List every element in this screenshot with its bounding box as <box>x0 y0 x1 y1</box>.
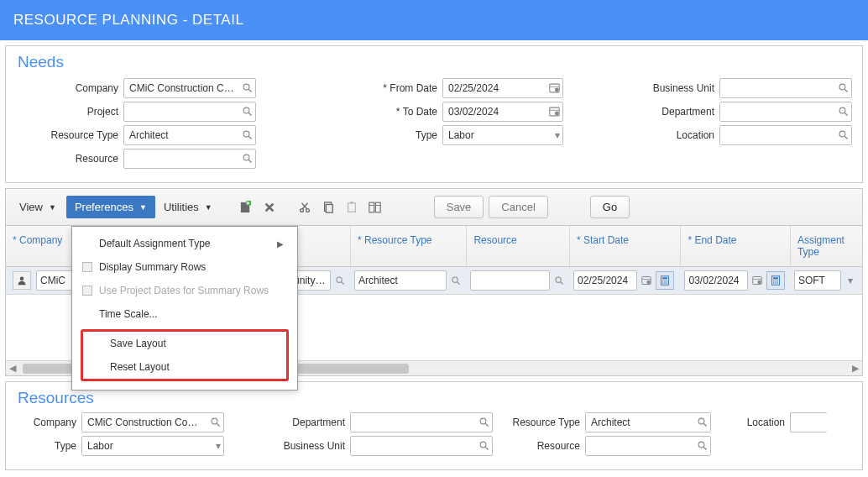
menu-time-scale[interactable]: Time Scale... <box>72 302 297 326</box>
search-icon[interactable] <box>698 417 708 427</box>
th-start-date[interactable]: * Start Date <box>570 226 681 266</box>
search-icon[interactable] <box>211 417 221 427</box>
search-icon[interactable] <box>243 154 253 164</box>
to-date-input[interactable] <box>442 102 563 122</box>
search-icon[interactable] <box>552 271 567 290</box>
search-icon[interactable] <box>479 417 489 427</box>
svg-point-10 <box>555 88 559 92</box>
res-location-input[interactable] <box>790 412 827 432</box>
search-icon[interactable] <box>448 271 463 290</box>
cell-resource-input[interactable] <box>470 270 550 291</box>
th-resource-type[interactable]: * Resource Type <box>351 226 467 266</box>
highlighted-items: Save Layout Reset Layout <box>81 329 289 381</box>
svg-point-58 <box>773 282 775 284</box>
search-icon[interactable] <box>698 441 708 451</box>
res-department-label: Department <box>261 417 345 428</box>
form-icon[interactable] <box>365 197 385 218</box>
department-label: Department <box>614 106 714 118</box>
resource-input[interactable] <box>123 149 256 169</box>
res-location-label: Location <box>731 417 785 428</box>
cell-resource-type-input[interactable] <box>354 270 447 291</box>
cell-assignment-type-select[interactable] <box>794 270 841 291</box>
department-input[interactable] <box>719 102 852 122</box>
res-department-input[interactable] <box>350 412 493 432</box>
res-resource-type-input[interactable] <box>585 412 711 432</box>
person-icon[interactable] <box>13 271 31 290</box>
cancel-button[interactable]: Cancel <box>489 196 547 218</box>
paste-icon[interactable] <box>342 197 362 218</box>
svg-point-47 <box>662 282 664 284</box>
svg-line-36 <box>458 281 460 284</box>
search-icon[interactable] <box>243 107 253 117</box>
cell-end-date-input[interactable] <box>684 270 748 291</box>
scroll-left-icon[interactable]: ◀ <box>6 363 19 374</box>
svg-point-0 <box>243 84 249 90</box>
calendar-icon[interactable] <box>549 107 560 118</box>
search-icon[interactable] <box>243 130 253 140</box>
calculator-icon[interactable] <box>766 271 785 290</box>
th-assignment-type[interactable]: Assigment Type <box>791 226 862 266</box>
svg-line-64 <box>486 424 489 427</box>
svg-line-68 <box>704 424 707 427</box>
svg-point-48 <box>664 282 666 284</box>
from-date-input[interactable] <box>442 78 563 98</box>
svg-point-18 <box>839 131 845 137</box>
res-company-label: Company <box>18 417 76 428</box>
cut-icon[interactable] <box>295 197 315 218</box>
calendar-icon[interactable] <box>549 83 560 94</box>
search-icon[interactable] <box>479 441 489 451</box>
company-input[interactable] <box>123 78 256 98</box>
resource-type-input[interactable] <box>123 125 256 145</box>
scroll-right-icon[interactable]: ▶ <box>849 363 862 374</box>
search-icon[interactable] <box>243 83 253 93</box>
search-icon[interactable] <box>839 107 849 117</box>
menu-default-assignment-type[interactable]: Default Assignment Type▶ <box>72 232 297 255</box>
business-unit-input[interactable] <box>719 78 852 98</box>
menu-save-layout[interactable]: Save Layout <box>83 332 286 355</box>
menu-use-project-dates[interactable]: Use Project Dates for Summary Rows <box>72 279 297 302</box>
svg-point-16 <box>839 107 845 113</box>
th-end-date[interactable]: * End Date <box>681 226 790 266</box>
calendar-icon[interactable] <box>750 271 765 290</box>
chevron-right-icon: ▶ <box>277 239 284 249</box>
svg-line-70 <box>704 448 707 450</box>
cell-start-date-input[interactable] <box>573 270 637 291</box>
search-icon[interactable] <box>839 83 849 93</box>
add-icon[interactable] <box>236 197 256 218</box>
svg-rect-43 <box>662 277 667 279</box>
calendar-icon[interactable] <box>639 271 654 290</box>
go-button[interactable]: Go <box>590 196 630 218</box>
search-icon[interactable] <box>332 271 348 290</box>
th-resource[interactable]: Resource <box>467 226 570 266</box>
svg-point-37 <box>556 277 561 282</box>
type-select[interactable] <box>442 125 563 145</box>
res-resource-label: Resource <box>496 440 580 452</box>
location-input[interactable] <box>719 125 852 145</box>
res-business-unit-input[interactable] <box>350 436 493 456</box>
cell-company-input[interactable] <box>36 270 76 291</box>
view-menu[interactable]: View▼ <box>11 196 65 218</box>
chevron-down-icon: ▼ <box>205 203 212 212</box>
search-icon[interactable] <box>839 130 849 140</box>
delete-icon[interactable] <box>259 197 280 218</box>
detail-section: View▼ Preferences▼ Utilities▼ Save Cance… <box>5 188 863 376</box>
menu-reset-layout[interactable]: Reset Layout <box>83 355 286 379</box>
svg-rect-27 <box>350 202 353 204</box>
resource-type-label: Resource Type <box>18 129 118 141</box>
calculator-icon[interactable] <box>656 271 674 290</box>
res-resource-input[interactable] <box>585 436 711 456</box>
project-label: Project <box>18 106 118 118</box>
res-type-select[interactable] <box>81 436 224 456</box>
svg-rect-26 <box>348 202 355 212</box>
company-label: Company <box>18 82 118 94</box>
svg-point-44 <box>662 280 664 282</box>
to-date-label: To Date <box>337 106 437 118</box>
save-button[interactable]: Save <box>434 196 484 218</box>
preferences-menu[interactable]: Preferences▼ <box>66 196 155 218</box>
svg-point-45 <box>664 280 666 282</box>
menu-display-summary-rows[interactable]: Display Summary Rows <box>72 255 297 279</box>
utilities-menu[interactable]: Utilities▼ <box>155 196 221 218</box>
project-input[interactable] <box>123 102 256 122</box>
copy-icon[interactable] <box>318 197 338 218</box>
res-company-input[interactable] <box>81 412 224 432</box>
